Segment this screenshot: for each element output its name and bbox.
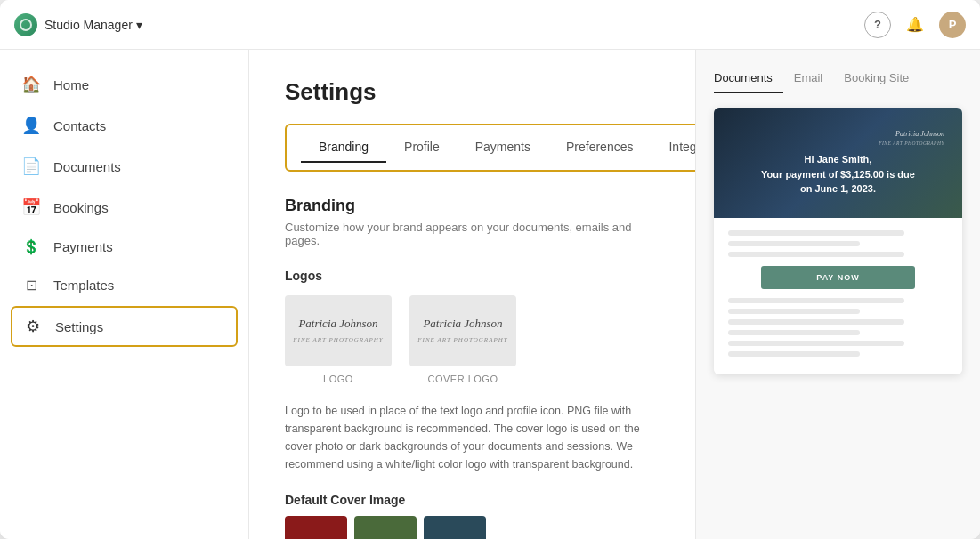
logo-box: Patricia Johnson FINE ART PHOTOGRAPHY LO… bbox=[285, 295, 392, 384]
sidebar-item-label: Payments bbox=[53, 239, 113, 254]
sidebar: 🏠 Home 👤 Contacts 📄 Documents 📅 Bookings… bbox=[0, 50, 249, 539]
email-lines-group bbox=[728, 298, 948, 357]
preview-tab-documents[interactable]: Documents bbox=[714, 68, 783, 93]
home-icon: 🏠 bbox=[21, 75, 41, 94]
sidebar-item-documents[interactable]: 📄 Documents bbox=[0, 146, 248, 187]
email-preview: Patricia Johnson FINE ART PHOTOGRAPHY Hi… bbox=[714, 108, 962, 374]
settings-content: Settings Branding Profile Payments Prefe… bbox=[249, 50, 695, 539]
email-line-8 bbox=[728, 341, 904, 346]
tab-payments[interactable]: Payments bbox=[458, 133, 548, 163]
section-title-branding: Branding bbox=[285, 197, 660, 215]
payments-icon: 💲 bbox=[21, 238, 41, 255]
email-line-9 bbox=[728, 351, 860, 357]
email-line-7 bbox=[728, 330, 860, 335]
pay-now-button[interactable]: PAY NOW bbox=[761, 266, 915, 289]
email-body: PAY NOW bbox=[714, 218, 962, 374]
preview-tabs: Documents Email Booking Site bbox=[714, 68, 962, 93]
app-logo bbox=[14, 13, 37, 36]
sidebar-item-templates[interactable]: ⊡ Templates bbox=[0, 266, 248, 304]
app-name-text: Studio Manager bbox=[45, 18, 133, 32]
sidebar-item-settings[interactable]: ⚙ Settings bbox=[11, 306, 238, 347]
templates-icon: ⊡ bbox=[21, 277, 41, 294]
cover-logo-placeholder[interactable]: Patricia Johnson FINE ART PHOTOGRAPHY bbox=[409, 295, 516, 366]
email-line-2 bbox=[728, 241, 860, 246]
cover-swatch-3[interactable] bbox=[424, 516, 486, 539]
help-icon[interactable]: ? bbox=[864, 12, 891, 38]
top-bar-icons: ? 🔔 P bbox=[864, 12, 966, 38]
email-header: Patricia Johnson FINE ART PHOTOGRAPHY Hi… bbox=[714, 108, 962, 218]
sidebar-item-label: Bookings bbox=[53, 200, 109, 215]
sidebar-item-label: Settings bbox=[55, 319, 103, 334]
logos-label: Logos bbox=[285, 269, 660, 283]
main-layout: 🏠 Home 👤 Contacts 📄 Documents 📅 Bookings… bbox=[0, 50, 980, 539]
tab-preferences[interactable]: Preferences bbox=[548, 133, 651, 163]
logo-description: Logo to be used in place of the text log… bbox=[285, 402, 659, 473]
cover-swatch-1[interactable] bbox=[285, 516, 347, 539]
cover-logo-image: Patricia Johnson FINE ART PHOTOGRAPHY bbox=[417, 317, 507, 344]
email-line-1 bbox=[728, 230, 904, 236]
logos-row: Patricia Johnson FINE ART PHOTOGRAPHY LO… bbox=[285, 295, 660, 384]
cover-swatch-2[interactable] bbox=[354, 516, 417, 539]
app-name-label[interactable]: Studio Manager ▾ bbox=[45, 18, 142, 32]
bell-icon[interactable]: 🔔 bbox=[902, 12, 928, 38]
sidebar-item-payments[interactable]: 💲 Payments bbox=[0, 228, 248, 266]
default-cover-title: Default Cover Image bbox=[285, 493, 660, 507]
page-title: Settings bbox=[285, 78, 660, 106]
logo-image: Patricia Johnson FINE ART PHOTOGRAPHY bbox=[293, 317, 383, 344]
chevron-down-icon: ▾ bbox=[136, 18, 142, 32]
bookings-icon: 📅 bbox=[21, 197, 41, 217]
tab-profile[interactable]: Profile bbox=[386, 133, 458, 163]
app-logo-inner bbox=[20, 19, 32, 31]
email-line-3 bbox=[728, 252, 904, 257]
avatar[interactable]: P bbox=[939, 12, 966, 38]
email-line-5 bbox=[728, 309, 860, 314]
email-greeting-text: Hi Jane Smith,Your payment of $3,125.00 … bbox=[732, 152, 944, 197]
tab-branding[interactable]: Branding bbox=[301, 133, 386, 163]
preview-tab-booking-site[interactable]: Booking Site bbox=[833, 68, 919, 93]
tab-integrations[interactable]: Integrations bbox=[651, 133, 695, 163]
logo-caption: LOGO bbox=[323, 374, 353, 384]
email-logo: Patricia Johnson FINE ART PHOTOGRAPHY bbox=[732, 129, 944, 147]
app-window: Studio Manager ▾ ? 🔔 P 🏠 Home 👤 Contacts… bbox=[0, 0, 980, 539]
section-description: Customize how your brand appears on your… bbox=[285, 221, 660, 247]
sidebar-item-contacts[interactable]: 👤 Contacts bbox=[0, 105, 248, 146]
contacts-icon: 👤 bbox=[21, 116, 41, 135]
logo-placeholder[interactable]: Patricia Johnson FINE ART PHOTOGRAPHY bbox=[285, 295, 392, 366]
sidebar-item-label: Contacts bbox=[53, 118, 106, 133]
preview-panel: Documents Email Booking Site Patricia Jo… bbox=[695, 50, 980, 539]
email-line-4 bbox=[728, 298, 904, 303]
content-area: Settings Branding Profile Payments Prefe… bbox=[249, 50, 980, 539]
sidebar-item-label: Home bbox=[53, 77, 89, 93]
sidebar-item-label: Documents bbox=[53, 159, 121, 174]
cover-logo-caption: COVER LOGO bbox=[428, 374, 498, 384]
documents-icon: 📄 bbox=[21, 157, 41, 176]
sidebar-item-home[interactable]: 🏠 Home bbox=[0, 64, 248, 105]
sidebar-item-bookings[interactable]: 📅 Bookings bbox=[0, 187, 248, 228]
settings-icon: ⚙ bbox=[23, 317, 43, 336]
preview-tab-email[interactable]: Email bbox=[783, 68, 834, 93]
top-bar: Studio Manager ▾ ? 🔔 P bbox=[0, 0, 980, 50]
settings-tabs: Branding Profile Payments Preferences In… bbox=[285, 124, 695, 172]
cover-logo-box: Patricia Johnson FINE ART PHOTOGRAPHY CO… bbox=[409, 295, 516, 384]
email-line-6 bbox=[728, 319, 904, 325]
sidebar-item-label: Templates bbox=[53, 278, 114, 293]
